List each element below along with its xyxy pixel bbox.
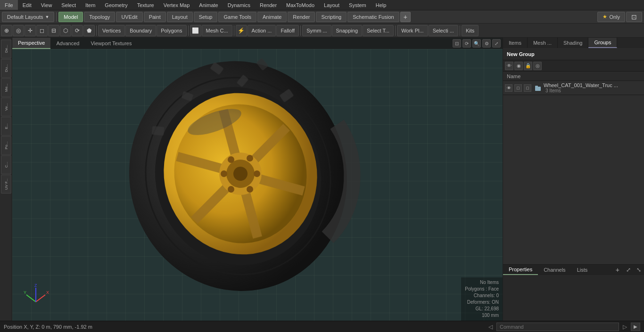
select-t-button[interactable]: Select T... [363, 25, 394, 36]
expand-icon[interactable]: ⤢ [492, 39, 501, 48]
tab-scripting[interactable]: Scripting [316, 12, 347, 22]
position-status: Position X, Y, Z: 0 m, 790 mm, -1.92 m [4, 324, 487, 330]
shape-icon[interactable]: ⬟ [83, 25, 95, 36]
groups-solo-button[interactable]: ◎ [533, 62, 542, 70]
cage-icon[interactable]: ⬡ [60, 25, 71, 36]
menu-file[interactable]: File [0, 0, 18, 10]
vertices-button[interactable]: Vertices [98, 25, 125, 36]
menu-maxtomodo[interactable]: MaxToModo [281, 0, 319, 10]
mesh-icon[interactable]: ⬜ [190, 25, 201, 36]
wheel-3d-model [111, 49, 384, 304]
refresh-icon[interactable]: ⟳ [462, 39, 471, 48]
viewport-status: No Items Polygons : Face Channels: 0 Def… [461, 277, 503, 321]
star-only-button[interactable]: ★ Only [597, 12, 625, 22]
menu-layout[interactable]: Layout [319, 0, 344, 10]
groups-lock-button[interactable]: 🔒 [524, 62, 532, 70]
menu-help[interactable]: Help [371, 0, 391, 10]
group-lock-icon[interactable]: □ [524, 84, 531, 92]
search-icon[interactable]: 🔍 [472, 39, 481, 48]
reset-icon[interactable]: ⟳ [72, 25, 83, 36]
group-render-icon[interactable]: □ [514, 84, 522, 92]
menu-dynamics[interactable]: Dynamics [223, 0, 255, 10]
group-item-wheel[interactable]: 👁 □ □ Wheel_CAT_001_Water_Truc ... 3 Ite… [503, 81, 644, 95]
action-button[interactable]: Action ... [248, 25, 276, 36]
sidebar-item-c[interactable]: C... [1, 155, 11, 174]
menu-select[interactable]: Select [57, 0, 81, 10]
work-plane-button[interactable]: Work Pl... [397, 25, 428, 36]
tab-model[interactable]: Model [58, 12, 83, 22]
status-polygons: Polygons : Face [465, 286, 499, 292]
viewport-canvas[interactable]: X Y Z No Items Polygons : Face Channels:… [12, 49, 503, 321]
tab-game-tools[interactable]: Game Tools [218, 12, 256, 22]
tab-uvedit[interactable]: UVEdit [116, 12, 142, 22]
tab-mesh[interactable]: Mesh ... [528, 38, 558, 48]
tab-render[interactable]: Render [288, 12, 315, 22]
main-area: De... Du... Me... Ve... E... Po... C... … [0, 38, 644, 321]
menu-geometry[interactable]: Geometry [100, 0, 132, 10]
mesh-c-button[interactable]: Mesh C... [202, 25, 232, 36]
menu-animate[interactable]: Animate [194, 0, 223, 10]
sidebar-item-po[interactable]: Po... [1, 136, 11, 155]
prop-expand-icon[interactable]: ⤢ [623, 267, 634, 273]
svg-point-24 [228, 186, 234, 192]
add-workspace-button[interactable]: + [400, 12, 411, 22]
tab-layout[interactable]: Layout [167, 12, 193, 22]
status-channels: Channels: 0 [465, 292, 499, 299]
layout-dropdown[interactable]: Default Layouts ▼ [2, 12, 54, 22]
menu-render[interactable]: Render [255, 0, 281, 10]
sidebar-item-me[interactable]: Me... [1, 78, 11, 97]
fit-icon[interactable]: ⊡ [453, 39, 461, 48]
viewport-tab-perspective[interactable]: Perspective [12, 38, 50, 49]
tab-paint[interactable]: Paint [144, 12, 166, 22]
boundary-button[interactable]: Boundary [125, 25, 156, 36]
scale-icon[interactable]: ⊟ [48, 25, 59, 36]
tab-shading[interactable]: Shading [558, 38, 588, 48]
menu-system[interactable]: System [344, 0, 371, 10]
menu-view[interactable]: View [36, 0, 57, 10]
sidebar-item-e[interactable]: E... [1, 117, 11, 136]
viewport-tab-textures[interactable]: Viewport Textures [85, 38, 137, 49]
tab-groups[interactable]: Groups [588, 38, 617, 48]
kits-button[interactable]: Kits [462, 25, 479, 36]
prop-tab-properties[interactable]: Properties [503, 265, 538, 275]
menu-edit[interactable]: Edit [18, 0, 36, 10]
rotate-icon[interactable]: ◻ [36, 25, 48, 36]
tab-items[interactable]: Items [503, 38, 528, 48]
select-icon[interactable]: ◎ [13, 25, 24, 36]
prop-collapse-icon[interactable]: ⤡ [634, 267, 644, 273]
group-eye-icon[interactable]: 👁 [505, 84, 512, 92]
tab-topology[interactable]: Topology [84, 12, 115, 22]
groups-eye-button[interactable]: 👁 [505, 62, 513, 70]
symm-button[interactable]: Symm ... [302, 25, 331, 36]
menu-vertex-map[interactable]: Vertex Map [159, 0, 195, 10]
sidebar-item-de[interactable]: De... [1, 40, 11, 58]
tab-animate[interactable]: Animate [257, 12, 287, 22]
action-icon[interactable]: ⚡ [236, 25, 247, 36]
falloff-button[interactable]: Falloff [276, 25, 299, 36]
sidebar-item-ve[interactable]: Ve... [1, 97, 11, 116]
menu-texture[interactable]: Texture [132, 0, 159, 10]
command-input[interactable] [496, 323, 619, 331]
cmd-left-arrow[interactable]: ◁ [487, 324, 495, 330]
select-i-button[interactable]: Selecti ... [429, 25, 458, 36]
settings-icon[interactable]: ⚙ [482, 39, 491, 48]
sidebar-item-uv[interactable]: UV F... [1, 175, 11, 194]
name-column-header: Name [507, 73, 520, 79]
cmd-right-arrow[interactable]: ▷ [621, 324, 629, 330]
viewport-tab-advanced[interactable]: Advanced [50, 38, 85, 49]
tab-setup[interactable]: Setup [194, 12, 218, 22]
transform-icon[interactable]: ⊕ [1, 25, 12, 36]
prop-tab-channels[interactable]: Channels [538, 265, 571, 275]
groups-render-button[interactable]: ◉ [514, 62, 523, 70]
polygons-button[interactable]: Polygons [157, 25, 186, 36]
prop-tab-lists[interactable]: Lists [571, 265, 594, 275]
tab-schematic[interactable]: Schematic Fusion [347, 12, 399, 22]
groups-list: 👁 □ □ Wheel_CAT_001_Water_Truc ... 3 Ite… [503, 81, 644, 264]
maximize-button[interactable]: ⊡ [626, 12, 642, 22]
snapping-button[interactable]: Snapping [332, 25, 363, 36]
sidebar-item-du[interactable]: Du... [1, 59, 11, 78]
move-icon[interactable]: ✛ [25, 25, 36, 36]
menu-item[interactable]: Item [81, 0, 100, 10]
cmd-execute-button[interactable]: ▶ [631, 323, 640, 331]
prop-add-button[interactable]: + [612, 266, 623, 274]
